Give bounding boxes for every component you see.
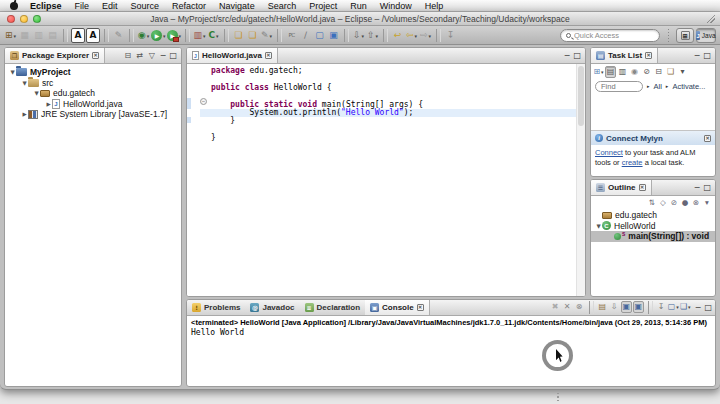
show-stdout-icon[interactable]: ▣: [621, 301, 632, 313]
checkout-icon[interactable]: C▾: [207, 28, 220, 43]
menu-item-eclipse[interactable]: Eclipse: [30, 1, 62, 11]
tree-item[interactable]: ▼CHelloWorld: [591, 221, 715, 232]
disclosure-down-icon[interactable]: ▼: [33, 90, 40, 96]
new-java-element-icon[interactable]: ✎▾: [260, 28, 273, 43]
tree-item[interactable]: ▶JHelloWorld.java: [5, 99, 181, 110]
hide-static-members-icon[interactable]: ⊘: [669, 198, 679, 209]
hide-non-public-members-icon[interactable]: ●: [680, 198, 690, 209]
task-repositories-icon[interactable]: ❏: [665, 66, 676, 78]
code-line[interactable]: package edu.gatech;: [187, 67, 576, 75]
last-edit-location-icon[interactable]: ↩: [391, 28, 404, 43]
disclosure-down-icon[interactable]: ▼: [9, 69, 16, 75]
tree-item[interactable]: ▼MyProject: [5, 67, 181, 78]
back-icon[interactable]: ⇦▾: [405, 28, 418, 43]
open-type-icon[interactable]: ▢: [313, 28, 326, 43]
new-wizard-icon[interactable]: ⊞▾: [4, 28, 17, 43]
menu-item-search[interactable]: Search: [268, 1, 297, 11]
window-titlebar[interactable]: Java – MyProject/src/edu/gatech/HelloWor…: [0, 12, 720, 26]
tab-helloworld-java[interactable]: J HelloWorld.java ✕: [187, 48, 278, 63]
menu-item-help[interactable]: Help: [425, 1, 444, 11]
display-console-icon[interactable]: ▢▾: [668, 301, 679, 313]
pin-editor-icon[interactable]: ↧: [444, 28, 457, 43]
print-icon[interactable]: ▤: [46, 28, 59, 43]
disclosure-right-icon[interactable]: ▶: [21, 111, 28, 117]
close-icon[interactable]: ✕: [639, 184, 646, 191]
tab-declaration[interactable]: ≡Declaration: [300, 300, 366, 315]
minimize-view-icon[interactable]: −: [564, 51, 571, 60]
show-stderr-icon[interactable]: ▣: [633, 301, 644, 313]
code-area[interactable]: package edu.gatech; public class HelloWo…: [187, 67, 576, 143]
maximize-view-icon[interactable]: □: [573, 51, 581, 60]
pin-console-icon[interactable]: ↧: [656, 301, 667, 313]
minimize-view-icon[interactable]: −: [160, 51, 167, 60]
tab-task-list[interactable]: ▤ Task List ✕: [591, 48, 658, 63]
forward-icon[interactable]: ⇨▾: [419, 28, 432, 43]
view-menu-icon[interactable]: ▾: [702, 198, 712, 209]
find-input[interactable]: [601, 82, 637, 91]
tree-item[interactable]: edu.gatech: [591, 210, 715, 221]
external-tools-icon[interactable]: ▶▾: [167, 28, 182, 43]
tab-console[interactable]: ▣Console✕: [365, 300, 430, 315]
terminate-icon[interactable]: ✖: [550, 301, 561, 313]
clear-console-icon[interactable]: ▤: [597, 301, 608, 313]
view-menu-icon[interactable]: ▾: [677, 66, 688, 78]
code-line[interactable]: public class HelloWorld {: [187, 84, 576, 92]
link-with-editor-icon[interactable]: ⇄: [135, 50, 145, 62]
code-line[interactable]: }: [187, 134, 576, 142]
minimize-view-icon[interactable]: −: [694, 51, 701, 60]
apple-icon[interactable]: [10, 2, 18, 10]
open-task-icon[interactable]: ▣: [327, 28, 340, 43]
code-line[interactable]: [187, 126, 576, 134]
all-scope-label[interactable]: All: [654, 82, 662, 91]
menu-item-refactor[interactable]: Refactor: [172, 1, 206, 11]
tree-item[interactable]: ▶JRE System Library [JavaSE-1.7]: [5, 109, 181, 120]
code-line[interactable]: }: [187, 117, 576, 125]
debug-icon[interactable]: ◉▾: [137, 28, 150, 43]
scheduled-presentation-icon[interactable]: ▥: [617, 66, 628, 78]
editor-scrollbar-thumb[interactable]: [578, 66, 584, 126]
all-scope-toggle-icon[interactable]: ▸: [647, 83, 650, 89]
open-perspective-button[interactable]: ⊞: [676, 28, 694, 43]
tree-item[interactable]: ▼edu.gatech: [5, 88, 181, 99]
run-icon[interactable]: ▶▾: [151, 28, 166, 43]
previous-annotation-icon[interactable]: ⇧▾: [366, 28, 379, 43]
pc-icon[interactable]: PC: [285, 28, 298, 43]
close-icon[interactable]: ✕: [265, 52, 272, 59]
minimize-window-icon[interactable]: [20, 15, 28, 23]
mylyn-link[interactable]: create: [622, 158, 643, 167]
collapse-all-icon[interactable]: ⊟: [653, 66, 664, 78]
tree-item[interactable]: Smain(String[]) : void: [591, 231, 715, 242]
remove-launch-icon[interactable]: ✕: [562, 301, 573, 313]
view-menu-icon[interactable]: ▽: [147, 50, 157, 62]
quick-access-input[interactable]: [574, 31, 654, 40]
zoom-window-icon[interactable]: [33, 15, 41, 23]
tab-outline[interactable]: ☰ Outline ✕: [591, 180, 652, 195]
tab-package-explorer[interactable]: ❐ Package Explorer ✕: [5, 48, 105, 63]
close-icon[interactable]: ✕: [417, 304, 424, 311]
code-line[interactable]: System.out.println("Hello World");: [187, 109, 576, 117]
menu-item-source[interactable]: Source: [131, 1, 160, 11]
find-box[interactable]: [595, 81, 643, 92]
java-perspective-button[interactable]: J Java: [696, 28, 716, 43]
hide-fields-icon[interactable]: ◇: [658, 198, 668, 209]
activate-toggle-icon[interactable]: ▸: [666, 83, 669, 89]
sort-icon[interactable]: ⇅: [647, 198, 657, 209]
minimize-view-icon[interactable]: −: [694, 183, 701, 192]
open-folder-alt-icon[interactable]: ❏: [246, 28, 259, 43]
menu-item-window[interactable]: Window: [380, 1, 412, 11]
new-task-icon[interactable]: ⊞▾: [593, 66, 604, 78]
skip-breakpoints-icon[interactable]: ✎: [112, 28, 125, 43]
menu-item-project[interactable]: Project: [309, 1, 337, 11]
mylyn-link[interactable]: Connect: [595, 148, 623, 157]
save-icon[interactable]: ▦: [18, 28, 31, 43]
save-all-icon[interactable]: ▥: [32, 28, 45, 43]
maximize-view-icon[interactable]: □: [169, 51, 177, 60]
close-window-icon[interactable]: [7, 15, 15, 23]
disclosure-down-icon[interactable]: ▼: [21, 80, 28, 86]
tab-problems[interactable]: !Problems: [187, 300, 245, 315]
menu-item-navigate[interactable]: Navigate: [219, 1, 255, 11]
close-icon[interactable]: ✕: [645, 52, 652, 59]
font-increase-icon[interactable]: A: [86, 28, 100, 43]
menu-item-edit[interactable]: Edit: [102, 1, 118, 11]
remove-all-terminated-icon[interactable]: ⊗: [574, 301, 585, 313]
